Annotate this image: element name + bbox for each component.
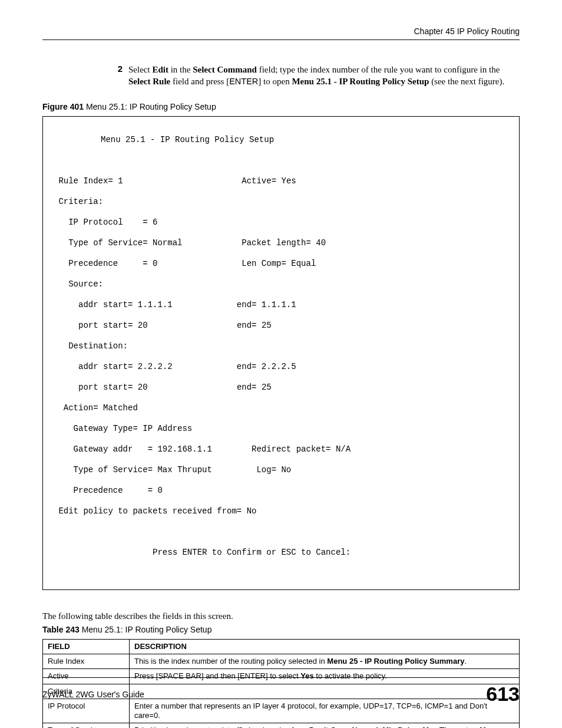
- c: Type of Service= Normal: [54, 238, 182, 248]
- c: end= 25: [237, 383, 272, 392]
- table-number: Table 243: [42, 625, 80, 634]
- table-caption: Table 243 Menu 25.1: IP Routing Policy S…: [42, 625, 520, 634]
- t: This is the index number of the routing …: [134, 657, 327, 666]
- field-cell: Type of Service: [43, 723, 130, 728]
- sp: [212, 444, 252, 454]
- term-line: Precedence = 0 Len Comp= Equal: [54, 259, 508, 269]
- term-line: Press ENTER to Confirm or ESC to Cancel:: [54, 548, 508, 558]
- c: port start= 20: [54, 321, 148, 330]
- c: addr start= 1.1.1.1: [54, 300, 173, 309]
- select-rule-word: Select Rule: [128, 77, 170, 86]
- term-blank: [54, 156, 508, 166]
- b: Max Thruput: [422, 726, 468, 728]
- t: field and press [: [170, 77, 229, 86]
- c: Redirect packet= N/A: [252, 444, 351, 454]
- page: Chapter 45 IP Policy Routing 2 Select Ed…: [0, 0, 562, 728]
- table-row: Rule Index This is the index number of t…: [43, 654, 520, 669]
- c: end= 2.2.2.5: [237, 362, 296, 371]
- sp: [148, 321, 237, 330]
- term-line: addr start= 1.1.1.1 end= 1.1.1.1: [54, 300, 508, 311]
- ordered-step: 2 Select Edit in the Select Command fiel…: [107, 64, 508, 88]
- term-line: IP Protocol = 6: [54, 218, 508, 228]
- term-line: Type of Service= Max Thruput Log= No: [54, 465, 508, 476]
- term-line: Source:: [54, 279, 508, 290]
- sp: [182, 238, 242, 248]
- term-line: addr start= 2.2.2.2 end= 2.2.2.5: [54, 362, 508, 373]
- term-blank: [54, 527, 508, 538]
- term-line: Edit policy to packets received from= No: [54, 506, 508, 517]
- c: Log= No: [252, 465, 291, 475]
- term-line: Gateway addr = 192.168.1.1 Redirect pack…: [54, 444, 508, 455]
- sp: [157, 259, 236, 268]
- enter-key: ENTER: [229, 77, 258, 86]
- figure-title: Menu 25.1: IP Routing Policy Setup: [84, 102, 216, 111]
- term-line: Precedence = 0: [54, 486, 508, 496]
- step-text: Select Edit in the Select Command field;…: [128, 64, 508, 88]
- c: end= 25: [237, 321, 272, 330]
- b: Don't Care: [309, 726, 348, 728]
- sp: [173, 362, 237, 371]
- t: .: [464, 657, 467, 666]
- c: Rule Index= 1: [54, 176, 123, 186]
- table-header-row: FIELD DESCRIPTION: [43, 639, 520, 654]
- term-line: Rule Index= 1 Active= Yes: [54, 176, 508, 187]
- select-command-word: Select Command: [193, 65, 257, 74]
- term-line: Type of Service= Normal Packet length= 4…: [54, 238, 508, 249]
- sp: [123, 176, 242, 186]
- c: addr start= 2.2.2.2: [54, 362, 173, 371]
- c: Active= Yes: [242, 176, 296, 186]
- t: field; type the index number of the rule…: [257, 65, 500, 74]
- table-title: Menu 25.1: IP Routing Policy Setup: [80, 625, 212, 634]
- c: port start= 20: [54, 383, 148, 392]
- b: Min Delay: [382, 726, 418, 728]
- table-row: Type of Service Prioritize incoming netw…: [43, 723, 520, 728]
- t: Prioritize incoming network traffic by c…: [134, 726, 309, 728]
- figure-number: Figure 401: [42, 102, 84, 111]
- t: in the: [168, 65, 193, 74]
- c: Precedence = 0: [54, 259, 157, 268]
- page-number: 613: [486, 683, 520, 706]
- sp: [148, 383, 237, 392]
- th-field: FIELD: [43, 639, 130, 654]
- c: Gateway addr = 192.168.1.1: [54, 444, 212, 454]
- step-number: 2: [107, 64, 128, 88]
- terminal-title: Menu 25.1 - IP Routing Policy Setup: [54, 135, 508, 146]
- b: Normal: [352, 726, 378, 728]
- t: Select: [128, 65, 152, 74]
- sp: [212, 465, 252, 475]
- term-line: Criteria:: [54, 197, 508, 207]
- c: Packet length= 40: [242, 238, 326, 248]
- field-cell: Rule Index: [43, 654, 130, 669]
- c: Type of Service= Max Thruput: [54, 465, 212, 475]
- t: or: [468, 726, 480, 728]
- term-line: Gateway Type= IP Address: [54, 424, 508, 434]
- term-line: port start= 20 end= 25: [54, 321, 508, 331]
- page-footer: ZyWALL 2WG User's Guide 613: [42, 677, 520, 706]
- desc-cell: Prioritize incoming network traffic by c…: [130, 723, 520, 728]
- terminal-screenshot: Menu 25.1 - IP Routing Policy Setup Rule…: [42, 116, 520, 590]
- term-line: Destination:: [54, 341, 508, 352]
- t: ] to open: [258, 77, 292, 86]
- edit-word: Edit: [152, 65, 168, 74]
- c: Len Comp= Equal: [237, 259, 316, 268]
- term-line: port start= 20 end= 25: [54, 383, 508, 393]
- guide-name: ZyWALL 2WG User's Guide: [42, 690, 144, 699]
- sp: [173, 300, 237, 309]
- desc-cell: This is the index number of the routing …: [130, 654, 520, 669]
- b: Menu 25 - IP Routing Policy Summary: [327, 657, 464, 666]
- figure-caption: Figure 401 Menu 25.1: IP Routing Policy …: [42, 102, 520, 111]
- term-line: Action= Matched: [54, 403, 508, 414]
- chapter-title: Chapter 45 IP Policy Routing: [42, 27, 520, 36]
- c: end= 1.1.1.1: [237, 300, 296, 309]
- t: (see the next figure).: [429, 77, 504, 86]
- page-header: Chapter 45 IP Policy Routing: [42, 27, 520, 40]
- menu-name: Menu 25.1 - IP Routing Policy Setup: [292, 77, 429, 86]
- intro-paragraph: The following table describes the fields…: [42, 611, 520, 621]
- th-description: DESCRIPTION: [130, 639, 520, 654]
